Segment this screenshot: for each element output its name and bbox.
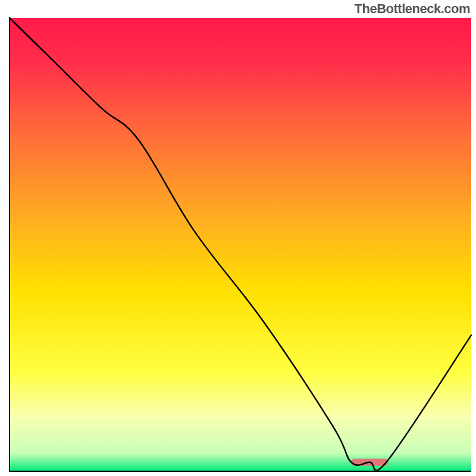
chart-container: TheBottleneck.com [0,0,476,476]
watermark-text: TheBottleneck.com [355,1,470,17]
bottleneck-chart [0,0,476,476]
